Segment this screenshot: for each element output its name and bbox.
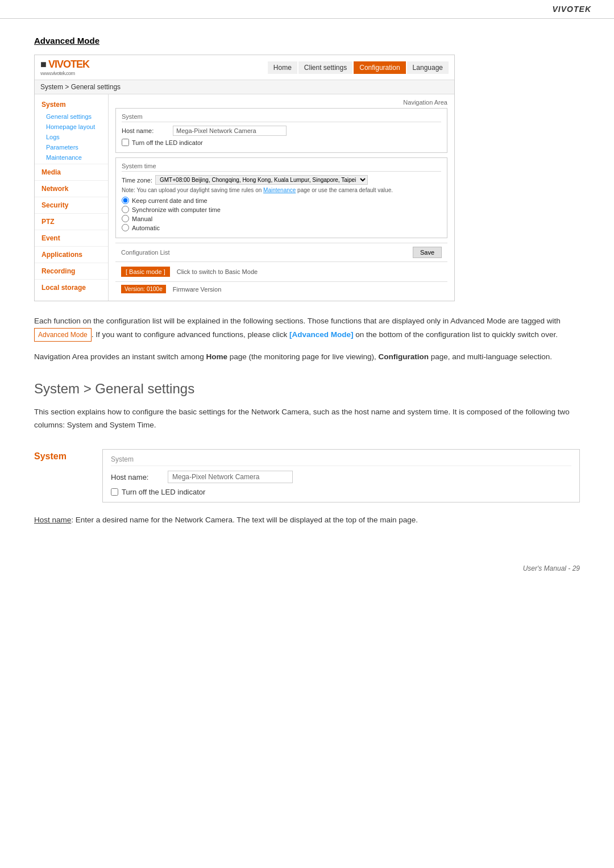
viv-radio-sync-label: Synchronize with computer time bbox=[132, 206, 221, 213]
nav-area-label: Navigation Area bbox=[115, 99, 447, 106]
host-name-description: Host name: Enter a desired name for the … bbox=[34, 514, 580, 527]
viv-save-button[interactable]: Save bbox=[413, 247, 442, 258]
sidebar-section-local-storage: Local storage bbox=[35, 281, 108, 294]
viv-radio-sync: Synchronize with computer time bbox=[122, 206, 441, 213]
viv-nav-buttons: Home Client settings Configuration Langu… bbox=[268, 61, 449, 74]
desc-p1-part3: on the bottom of the configuration list … bbox=[353, 330, 557, 339]
viv-host-name-row: Host name: bbox=[122, 126, 441, 136]
viv-host-name-input[interactable] bbox=[173, 126, 287, 136]
viv-navbar: ■ VIVOTEK www.vivotek.com Home Client se… bbox=[35, 55, 454, 80]
main-content: Advanced Mode ■ VIVOTEK www.vivotek.com … bbox=[0, 19, 614, 553]
nav-configuration-btn[interactable]: Configuration bbox=[354, 61, 405, 74]
led-checkbox[interactable] bbox=[111, 488, 118, 496]
led-label: Turn off the LED indicator bbox=[122, 488, 205, 496]
advanced-mode-link[interactable]: [Advanced Mode] bbox=[289, 330, 354, 339]
system-subsection-content: System Host name: Turn off the LED indic… bbox=[102, 449, 580, 502]
sidebar-section-media: Media bbox=[35, 165, 108, 179]
desc-p1-part2: . If you want to configure advanced func… bbox=[92, 330, 289, 339]
sidebar-section-event: Event bbox=[35, 231, 108, 245]
viv-sidebar: System General settings Homepage layout … bbox=[35, 94, 109, 301]
advanced-mode-title: Advanced Mode bbox=[34, 36, 580, 45]
sidebar-item-maintenance[interactable]: Maintenance bbox=[35, 152, 108, 163]
viv-config-row: Configuration List Save bbox=[115, 243, 447, 261]
system-subsection-label: System bbox=[34, 449, 102, 462]
description-paragraph-2: Navigation Area provides an instant swit… bbox=[34, 351, 580, 364]
viv-timezone-row: Time zone: GMT+08:00 Beijing, Chongqing,… bbox=[122, 175, 441, 185]
viv-logo-sub: www.vivotek.com bbox=[40, 70, 89, 76]
system-box-title: System bbox=[111, 455, 571, 466]
led-checkbox-row: Turn off the LED indicator bbox=[111, 488, 571, 496]
viv-config-list-label: Configuration List bbox=[121, 249, 170, 256]
host-name-label: Host name: bbox=[111, 473, 168, 481]
viv-radio-keep: Keep current date and time bbox=[122, 197, 441, 204]
page-header: VIVOTEK bbox=[0, 0, 614, 19]
footer-text: User's Manual - 29 bbox=[523, 564, 580, 572]
vivotek-interface: ■ VIVOTEK www.vivotek.com Home Client se… bbox=[34, 55, 455, 301]
viv-radio-manual-label: Manual bbox=[132, 215, 152, 222]
nav-client-settings-btn[interactable]: Client settings bbox=[298, 61, 352, 74]
sidebar-item-logs[interactable]: Logs bbox=[35, 132, 108, 142]
sidebar-item-general-settings[interactable]: General settings bbox=[35, 111, 108, 122]
desc-p2-part1: Navigation Area provides an instant swit… bbox=[34, 352, 552, 361]
viv-led-label: Turn off the LED indicator bbox=[132, 139, 203, 146]
sidebar-section-applications: Applications bbox=[35, 248, 108, 261]
viv-system-box: System Host name: Turn off the LED indic… bbox=[115, 108, 447, 153]
host-name-field-row: Host name: bbox=[111, 471, 571, 483]
bold-configuration: Configuration bbox=[379, 352, 429, 361]
host-name-desc-link: Host name bbox=[34, 516, 71, 524]
system-subsection-row: System System Host name: Turn off the LE… bbox=[34, 449, 580, 502]
desc-p1-part1: Each function on the configuration list … bbox=[34, 317, 561, 325]
viv-radio-sync-input[interactable] bbox=[122, 206, 129, 213]
sidebar-section-recording: Recording bbox=[35, 264, 108, 278]
viv-led-row: Turn off the LED indicator bbox=[122, 139, 441, 146]
viv-radio-keep-label: Keep current date and time bbox=[132, 197, 208, 204]
viv-version-badge: Version: 0100e bbox=[121, 285, 166, 293]
viv-breadcrumb: System > General settings bbox=[35, 80, 454, 94]
sidebar-section-network: Network bbox=[35, 182, 108, 196]
viv-radio-auto: Automatic bbox=[122, 224, 441, 231]
viv-basic-row: [ Basic mode ] Click to switch to Basic … bbox=[115, 261, 447, 281]
description-paragraph-1: Each function on the configuration list … bbox=[34, 315, 580, 342]
viv-note: Note: You can upload your daylight savin… bbox=[122, 187, 441, 193]
host-name-input[interactable] bbox=[168, 471, 293, 483]
host-name-desc-text: : Enter a desired name for the Network C… bbox=[71, 516, 418, 524]
viv-body: System General settings Homepage layout … bbox=[35, 94, 454, 301]
brand-label: VIVOTEK bbox=[553, 5, 591, 14]
viv-logo: ■ VIVOTEK www.vivotek.com bbox=[40, 59, 89, 76]
sidebar-section-ptz: PTZ bbox=[35, 215, 108, 229]
viv-timezone-label: Time zone: bbox=[122, 177, 152, 184]
sidebar-item-parameters[interactable]: Parameters bbox=[35, 142, 108, 152]
sidebar-item-homepage-layout[interactable]: Homepage layout bbox=[35, 122, 108, 132]
viv-firmware-text: Firmware Version bbox=[173, 286, 222, 293]
viv-radio-auto-label: Automatic bbox=[132, 225, 160, 231]
viv-host-name-label: Host name: bbox=[122, 127, 173, 134]
page-footer: User's Manual - 29 bbox=[0, 553, 614, 584]
viv-basic-mode-button[interactable]: [ Basic mode ] bbox=[121, 267, 170, 277]
viv-maintenance-link[interactable]: Maintenance bbox=[263, 187, 296, 193]
advanced-mode-badge: Advanced Mode bbox=[34, 328, 92, 342]
viv-timezone-select[interactable]: GMT+08:00 Beijing, Chongqing, Hong Kong,… bbox=[155, 175, 368, 185]
viv-version-row: Version: 0100e Firmware Version bbox=[115, 281, 447, 296]
viv-basic-mode-text: Click to switch to Basic Mode bbox=[177, 268, 258, 275]
viv-main-panel: Navigation Area System Host name: Turn o… bbox=[109, 94, 454, 301]
viv-time-box-title: System time bbox=[122, 163, 441, 172]
sidebar-section-system: System bbox=[35, 98, 108, 111]
bold-home: Home bbox=[206, 352, 227, 361]
system-general-desc: This section explains how to configure t… bbox=[34, 406, 580, 432]
viv-radio-auto-input[interactable] bbox=[122, 224, 129, 231]
viv-radio-keep-input[interactable] bbox=[122, 197, 129, 204]
viv-time-box: System time Time zone: GMT+08:00 Beijing… bbox=[115, 157, 447, 238]
sidebar-section-security: Security bbox=[35, 198, 108, 212]
system-general-heading: System > General settings bbox=[34, 381, 580, 397]
viv-led-checkbox[interactable] bbox=[122, 139, 129, 146]
viv-system-box-title: System bbox=[122, 113, 441, 122]
nav-home-btn[interactable]: Home bbox=[268, 61, 297, 74]
viv-radio-manual-input[interactable] bbox=[122, 215, 129, 222]
nav-language-btn[interactable]: Language bbox=[407, 61, 449, 74]
viv-radio-manual: Manual bbox=[122, 215, 441, 222]
system-subsection-box: System Host name: Turn off the LED indic… bbox=[102, 449, 580, 502]
